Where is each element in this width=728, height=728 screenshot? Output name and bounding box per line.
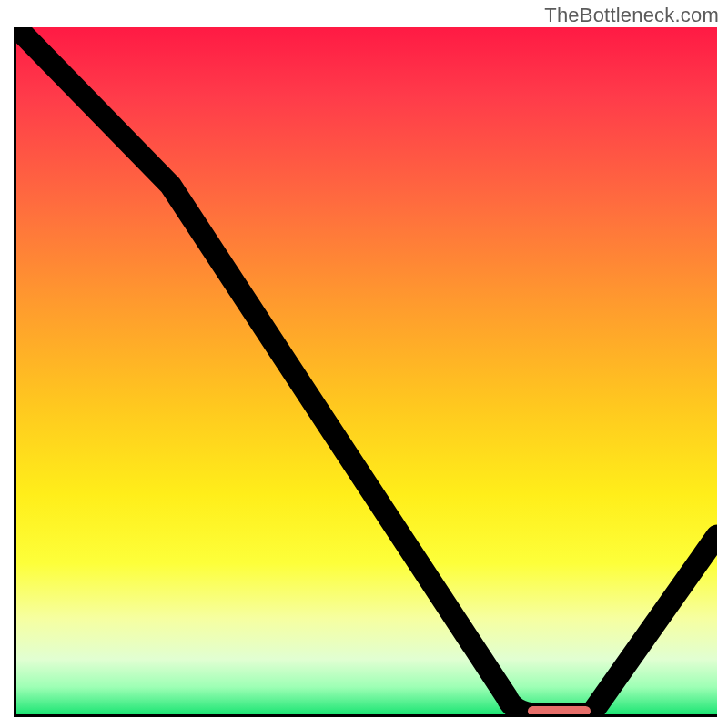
watermark-text: TheBottleneck.com bbox=[544, 4, 719, 27]
chart-canvas: TheBottleneck.com bbox=[0, 0, 728, 728]
bottleneck-curve bbox=[16, 27, 717, 714]
optimal-range-marker bbox=[528, 706, 591, 716]
plot-area bbox=[14, 27, 717, 717]
curve-path bbox=[16, 27, 717, 714]
